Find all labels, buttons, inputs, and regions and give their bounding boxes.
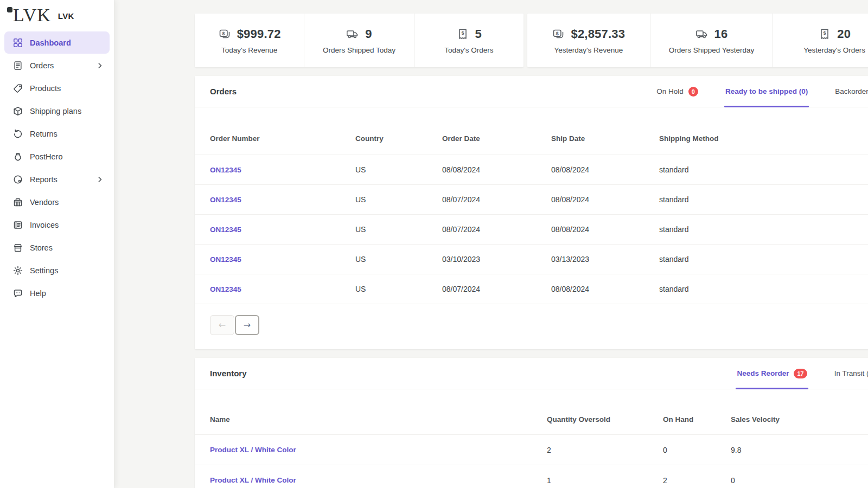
sidebar-item-stores[interactable]: Stores — [4, 236, 110, 259]
stat-label: Yesterday's Revenue — [554, 46, 623, 54]
orders-panel-title: Orders — [210, 87, 237, 96]
stat-card-orders-shipped-today: 9Orders Shipped Today — [304, 14, 413, 67]
app-name: LVK — [58, 9, 74, 21]
sidebar-item-label: Returns — [30, 130, 58, 138]
sidebar-item-label: Settings — [30, 266, 58, 275]
stat-value: $2,857.33 — [571, 27, 625, 41]
stats-group-today: $$999.72Today's Revenue9Orders Shipped T… — [195, 14, 524, 67]
table-cell: 0 — [731, 476, 868, 485]
sidebar-item-help[interactable]: Help — [4, 282, 110, 304]
column-header: Country — [355, 134, 442, 143]
brand-logo: LVK LVK — [0, 0, 114, 28]
sidebar-item-label: Help — [30, 289, 46, 298]
sidebar-item-returns[interactable]: Returns — [4, 123, 110, 145]
table-cell: 08/07/2024 — [442, 285, 551, 293]
table-cell: standard — [659, 165, 868, 174]
tab-label: Backorder (0) — [835, 87, 868, 95]
sidebar-nav: DashboardOrdersProductsShipping plansRet… — [0, 28, 114, 304]
sidebar-item-posthero[interactable]: PostHero — [4, 145, 110, 168]
product-name-link[interactable]: Product XL / White Color — [210, 476, 547, 484]
vendors-icon — [13, 197, 23, 207]
truck-icon — [346, 28, 359, 41]
order-number-link[interactable]: ON12345 — [210, 226, 355, 234]
table-row: ON12345US08/07/202408/08/2024standard — [195, 274, 868, 304]
cash-icon: $ — [218, 28, 231, 41]
count-badge: 0 — [688, 87, 698, 97]
column-header: Quantity Oversold — [547, 415, 663, 423]
table-cell: 2 — [547, 446, 663, 454]
product-name-link[interactable]: Product XL / White Color — [210, 446, 547, 454]
pagination-next-button[interactable]: → — [235, 315, 259, 335]
sidebar-item-orders[interactable]: Orders — [4, 54, 110, 76]
stores-icon — [13, 243, 23, 253]
svg-text:$: $ — [824, 30, 826, 36]
table-cell: 08/07/2024 — [442, 195, 551, 204]
tab-label: On Hold — [656, 87, 684, 95]
logo-dot-icon — [7, 7, 12, 12]
reports-icon — [13, 175, 23, 184]
table-cell: US — [355, 255, 442, 264]
inventory-tabs: Needs Reorder17In Transit (52) — [711, 358, 868, 389]
table-cell: US — [355, 195, 442, 204]
table-cell: US — [355, 225, 442, 234]
help-icon — [13, 288, 23, 298]
table-cell: 1 — [547, 476, 663, 485]
sidebar-item-vendors[interactable]: Vendors — [4, 191, 110, 213]
tab-backorder-0[interactable]: Backorder (0) — [834, 76, 868, 107]
orders-table-header: Order Number Country Order Date Ship Dat… — [195, 123, 868, 155]
table-cell: 08/08/2024 — [551, 225, 659, 234]
sidebar-item-settings[interactable]: Settings — [4, 259, 110, 281]
tab-ready-to-be-shipped-0[interactable]: Ready to be shipped (0) — [724, 76, 809, 107]
sidebar: LVK LVK DashboardOrdersProductsShipping … — [0, 0, 114, 488]
sidebar-item-invoices[interactable]: Invoices — [4, 214, 110, 236]
column-header: Name — [210, 415, 547, 423]
tab-label: Needs Reorder — [737, 369, 789, 377]
tab-needs-reorder[interactable]: Needs Reorder17 — [736, 358, 808, 389]
pagination-prev-button[interactable]: ← — [210, 315, 234, 335]
stat-label: Today's Orders — [444, 46, 493, 54]
posthero-icon — [13, 152, 23, 162]
chevron-right-icon — [95, 61, 104, 70]
svg-text:$: $ — [556, 30, 559, 36]
stat-label: Today's Revenue — [221, 46, 277, 54]
sidebar-item-label: Orders — [30, 61, 54, 70]
receipt-icon: $ — [456, 28, 469, 41]
stat-card-yesterday-s-orders: $20Yesterday's Orders — [773, 14, 868, 67]
pagination: ← → — [195, 304, 868, 349]
sidebar-item-label: Invoices — [30, 221, 59, 229]
table-cell: 03/10/2023 — [442, 255, 551, 264]
sidebar-item-label: Vendors — [30, 198, 59, 207]
truck-icon — [695, 28, 709, 41]
tab-label: In Transit (52) — [834, 369, 868, 377]
tab-on-hold[interactable]: On Hold0 — [655, 76, 699, 107]
order-number-link[interactable]: ON12345 — [210, 166, 355, 174]
table-row: Product XL / White Color120 — [195, 465, 868, 488]
inventory-panel: Inventory Needs Reorder17In Transit (52)… — [195, 358, 868, 488]
settings-icon — [13, 266, 23, 275]
stat-card-yesterday-s-revenue: $$2,857.33Yesterday's Revenue — [527, 14, 650, 67]
sidebar-item-label: Stores — [30, 243, 53, 252]
stat-card-today-s-orders: $5Today's Orders — [414, 14, 524, 67]
table-cell: 2 — [663, 476, 731, 485]
stat-label: Yesterday's Orders — [803, 46, 865, 54]
stat-value: 16 — [714, 27, 728, 41]
stat-card-orders-shipped-yesterday: 16Orders Shipped Yesterday — [650, 14, 773, 67]
order-number-link[interactable]: ON12345 — [210, 196, 355, 204]
sidebar-item-dashboard[interactable]: Dashboard — [4, 31, 110, 54]
table-row: ON12345US08/07/202408/08/2024standard — [195, 215, 868, 245]
orders-table-body: ON12345US08/08/202408/08/2024standardON1… — [195, 155, 868, 304]
column-header: Order Date — [442, 134, 551, 143]
receipt-icon: $ — [818, 28, 831, 41]
order-number-link[interactable]: ON12345 — [210, 255, 355, 264]
sidebar-item-reports[interactable]: Reports — [4, 168, 110, 190]
inventory-table-body: Product XL / White Color209.8Product XL … — [195, 435, 868, 488]
table-row: ON12345US08/07/202408/08/2024standard — [195, 185, 868, 215]
sidebar-item-shipping-plans[interactable]: Shipping plans — [4, 100, 110, 122]
stat-value: 5 — [475, 27, 482, 41]
sidebar-item-label: Products — [30, 84, 61, 93]
stat-value: $999.72 — [237, 27, 281, 41]
sidebar-item-products[interactable]: Products — [4, 77, 110, 99]
table-cell: standard — [659, 195, 868, 204]
order-number-link[interactable]: ON12345 — [210, 285, 355, 293]
tab-in-transit-52[interactable]: In Transit (52) — [833, 358, 868, 389]
